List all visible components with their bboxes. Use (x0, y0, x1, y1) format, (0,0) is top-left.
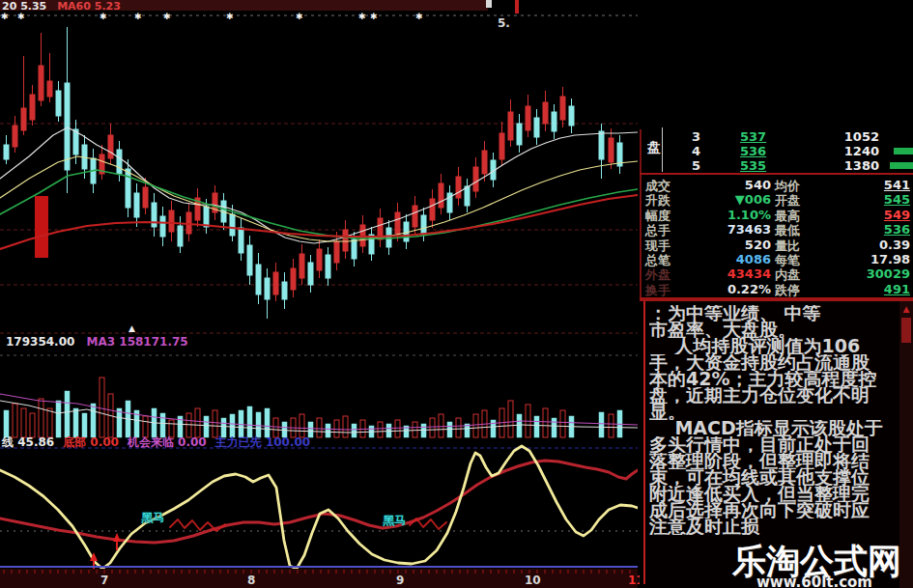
quote-value: 536 (802, 222, 910, 237)
scrollbar-thumb[interactable] (901, 318, 911, 343)
analysis-left-border (643, 301, 645, 584)
ma20-value: 20 5.35 (2, 0, 46, 13)
kline-chart-canvas[interactable]: ✱✱✱✱✱✱✱✱✱✱ (0, 0, 638, 588)
analysis-text-line: 显。 (649, 404, 893, 420)
order-queue-row: 45361240 (667, 144, 913, 158)
svg-text:✱: ✱ (370, 12, 378, 21)
x-axis-tick: 9 (396, 574, 404, 587)
queue-price: 536 (740, 144, 766, 158)
analysis-text-line: 本的42%；主力较高程度控 (649, 371, 893, 387)
analysis-text-line: 落整理阶段，但整理即将结 (649, 453, 893, 469)
quote-value: 4086 (676, 252, 771, 266)
x-axis-tick: 8 (247, 574, 255, 587)
indicator-legend: 线 45.86底部 0.00机会来临 0.00主力已先 100.00 (2, 434, 319, 451)
queue-price: 537 (740, 129, 766, 144)
queue-volume-bar (894, 148, 913, 154)
price-axis-label: 5. (498, 16, 510, 30)
quote-data-row: 换手0.22%跌停491 (640, 282, 913, 296)
queue-level: 3 (692, 129, 700, 144)
x-axis-tick: 10 (525, 574, 541, 587)
volume-marker-icon: ▲ (128, 323, 135, 333)
dark-horse-annotation: 黑马 (141, 510, 164, 526)
panel-separator-top (640, 173, 913, 175)
kline-top-notch (486, 0, 492, 8)
queue-price: 535 (740, 158, 766, 173)
analysis-scrollbar[interactable]: ▲ (899, 301, 913, 588)
indicator-legend-item: 线 45.86 (2, 435, 54, 449)
svg-text:✱: ✱ (100, 12, 107, 21)
kline-ma-legend: 20 5.35 MA60 5.23 (2, 0, 121, 13)
quote-data-row: 升跌▼006开盘545 (640, 192, 913, 207)
quote-value: 520 (676, 238, 771, 252)
analysis-top-border (640, 299, 913, 301)
quote-value: 1.10% (676, 208, 771, 222)
analysis-text-line: 注意及时止损 (649, 518, 893, 535)
quote-value: 0.22% (676, 282, 771, 296)
queue-volume: 1240 (812, 144, 879, 158)
indicator-legend-item: 机会来临 0.00 (128, 435, 207, 449)
svg-text:✱: ✱ (226, 12, 234, 21)
order-queue-label: 盘 (647, 139, 661, 156)
queue-level: 4 (692, 144, 700, 158)
analysis-text-line: 人均持股评测值为106 (649, 338, 893, 354)
quote-value: 0.39 (802, 238, 910, 252)
quote-data-row: 现手520量比0.39 (640, 238, 913, 252)
ma60-value: MA60 5.23 (57, 0, 121, 13)
stock-app-window: ✱✱✱✱✱✱✱✱✱✱ 20 5.35 MA60 5.23 5. ▲ 179354… (0, 0, 913, 588)
queue-volume: 1380 (812, 158, 879, 173)
analysis-text-line: 束，可在均线或其他支撑位 (649, 469, 893, 486)
quote-value: 43434 (676, 266, 771, 281)
order-queue-row: 35371052 (667, 129, 913, 144)
indicator-legend-item: 底部 0.00 (63, 435, 119, 449)
scroll-up-arrow-icon[interactable]: ▲ (900, 303, 912, 316)
queue-volume-bar (890, 162, 913, 169)
quote-value: 491 (802, 282, 910, 296)
quote-value: 549 (802, 208, 910, 222)
quote-value: 30029 (802, 266, 910, 281)
analysis-text-line: 多头行情中，目前正处于回 (649, 436, 893, 453)
quote-value: 545 (802, 192, 910, 207)
svg-text:✱: ✱ (415, 12, 423, 21)
volume-value: 179354.00 (6, 335, 74, 349)
quote-data-row: 成交540均价541 (640, 178, 913, 192)
queue-level: 5 (692, 158, 700, 173)
kline-top-red-tick (515, 0, 519, 14)
quote-value: 73463 (676, 222, 771, 237)
svg-text:✱: ✱ (358, 12, 366, 21)
quote-value: 541 (802, 178, 910, 192)
analysis-text: ：为中等业绩、 中等市盈率、大盘股。 人均持股评测值为106手，大资金持股约占流… (649, 305, 893, 535)
svg-text:✱: ✱ (296, 12, 303, 21)
analysis-text-line: 手，大资金持股约占流通股 (649, 354, 893, 371)
analysis-text-line: ：为中等业绩、 中等 (649, 305, 893, 322)
svg-text:✱: ✱ (17, 12, 25, 21)
svg-text:✱: ✱ (1, 12, 9, 21)
volume-legend: 179354.00 MA3 158171.75 (6, 335, 188, 349)
volume-ma3-value: MA3 158171.75 (87, 335, 188, 349)
order-queue-row: 55351380 (667, 158, 913, 173)
quote-data-row: 总笔4086每笔17.98 (640, 252, 913, 266)
dark-horse-annotation: 黑马 (383, 513, 406, 529)
svg-text:✱: ✱ (163, 12, 171, 21)
quote-data-row: 幅度1.10%最高549 (640, 208, 913, 222)
quote-panel: 盘 353710524536124055351380 成交540均价541升跌▼… (640, 126, 913, 299)
indicator-legend-item: 主力已先 100.00 (215, 435, 310, 449)
analysis-text-line: 盘，近期主力仓位变化不明 (649, 387, 893, 404)
analysis-text-line: 成后选择再次向下突破时应 (649, 502, 893, 518)
quote-value: 17.98 (802, 252, 910, 266)
queue-volume: 1052 (812, 129, 879, 144)
analysis-text-line: 附近逢低买入，但当整理完 (649, 486, 893, 502)
x-axis-tick: 7 (100, 574, 108, 587)
quote-value: 540 (676, 178, 771, 192)
analysis-text-line: 市盈率、大盘股。 (649, 322, 893, 338)
quote-data-row: 外盘43434内盘30029 (640, 266, 913, 281)
quote-data-row: 总手73463最低536 (640, 222, 913, 237)
svg-text:✱: ✱ (134, 12, 142, 21)
watermark-site-url: www.60lt.com (756, 574, 872, 588)
quote-value: ▼006 (676, 192, 771, 207)
analysis-text-line: MACD指标显示该股处于 (649, 420, 893, 436)
order-queue-divider (662, 127, 663, 172)
